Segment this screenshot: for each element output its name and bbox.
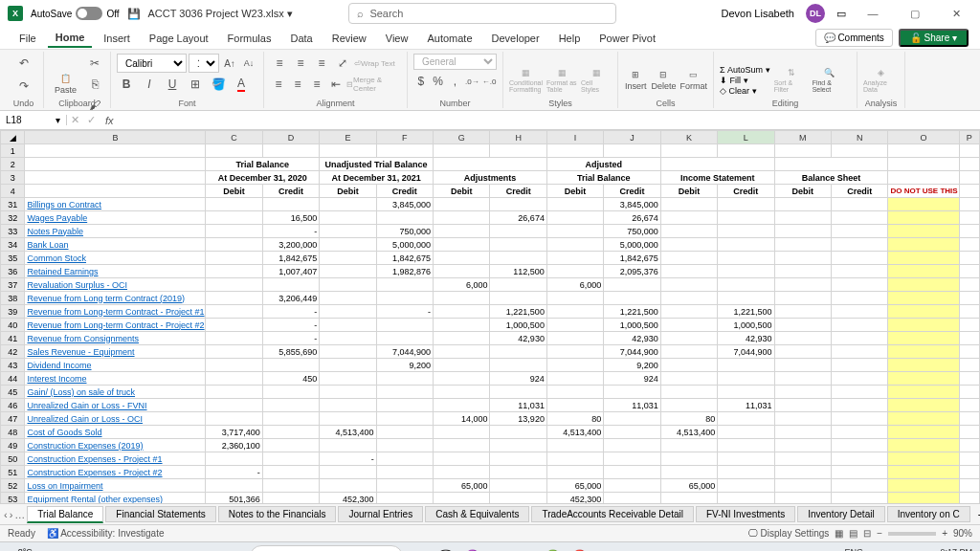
cell[interactable] xyxy=(888,238,959,252)
cell[interactable] xyxy=(718,452,774,466)
cell[interactable] xyxy=(546,292,603,305)
cell[interactable] xyxy=(490,144,546,158)
sheet-tab-trade-accounts[interactable]: TradeAccounts Receivable Detail xyxy=(531,506,693,522)
row-header[interactable]: 34 xyxy=(1,238,25,252)
cell[interactable] xyxy=(718,211,774,225)
cell[interactable]: Retained Earnings xyxy=(25,265,206,278)
cell[interactable]: Common Stock xyxy=(25,252,206,265)
cell[interactable] xyxy=(546,359,603,372)
row-header[interactable]: 44 xyxy=(1,372,25,386)
save-icon[interactable]: 💾 xyxy=(127,8,141,20)
cell[interactable] xyxy=(604,144,660,158)
cell[interactable]: - xyxy=(262,332,319,345)
cell[interactable] xyxy=(320,439,376,452)
cell[interactable]: 7,044,900 xyxy=(604,345,660,359)
cell[interactable] xyxy=(832,479,888,493)
cell[interactable] xyxy=(718,238,774,252)
cell[interactable] xyxy=(434,452,490,466)
cell[interactable] xyxy=(434,265,490,278)
cell[interactable] xyxy=(434,386,490,399)
cell[interactable] xyxy=(434,332,490,345)
format-cells-button[interactable]: ▭Format xyxy=(679,61,707,99)
analyze-data-button[interactable]: ◈Analyze Data xyxy=(863,61,898,99)
autosum-button[interactable]: Σ AutoSum ▾ xyxy=(720,65,770,75)
formula-input[interactable] xyxy=(120,115,980,125)
cell[interactable] xyxy=(888,359,959,372)
cell[interactable] xyxy=(546,319,603,332)
col-header-H[interactable]: H xyxy=(490,131,546,144)
cell[interactable] xyxy=(774,144,831,158)
cell[interactable] xyxy=(718,412,774,426)
cell[interactable] xyxy=(206,479,262,493)
zoom-level[interactable]: 90% xyxy=(953,528,972,539)
row-header[interactable]: 41 xyxy=(1,332,25,345)
font-size-select[interactable]: 11 xyxy=(189,54,219,73)
cell[interactable]: 1,842,675 xyxy=(262,252,319,265)
row-header[interactable]: 43 xyxy=(1,359,25,372)
zoom-in-button[interactable]: + xyxy=(942,528,947,539)
cell[interactable]: 112,500 xyxy=(490,265,546,278)
cell[interactable] xyxy=(376,292,433,305)
sheet-tab-journal-entries[interactable]: Journal Entries xyxy=(338,506,423,522)
app-chrome-icon[interactable]: 🔴 xyxy=(568,545,590,552)
cell[interactable]: Unrealized Gain or Loss - OCI xyxy=(25,412,206,426)
cell[interactable] xyxy=(490,292,546,305)
cell[interactable] xyxy=(774,466,831,479)
cell[interactable] xyxy=(206,372,262,386)
cell[interactable]: 9,200 xyxy=(376,359,433,372)
cell[interactable] xyxy=(660,466,717,479)
paste-button[interactable]: 📋Paste xyxy=(50,65,81,103)
cell[interactable] xyxy=(959,292,979,305)
cell[interactable] xyxy=(434,305,490,319)
cell[interactable]: Notes Payable xyxy=(25,225,206,238)
cell[interactable] xyxy=(959,238,979,252)
cell[interactable]: 1,221,500 xyxy=(490,305,546,319)
cell[interactable]: 2,095,376 xyxy=(604,265,660,278)
ribbon-mode-icon[interactable]: ▭ xyxy=(836,8,846,20)
cell[interactable] xyxy=(718,386,774,399)
cell[interactable] xyxy=(888,211,959,225)
cell[interactable]: 3,206,449 xyxy=(262,292,319,305)
cell[interactable] xyxy=(206,225,262,238)
cell[interactable] xyxy=(262,198,319,211)
cell[interactable] xyxy=(434,466,490,479)
cell[interactable] xyxy=(604,493,660,504)
decrease-decimal-button[interactable]: ←.0 xyxy=(481,72,497,91)
cell[interactable] xyxy=(262,278,319,292)
cell[interactable] xyxy=(206,359,262,372)
cell[interactable] xyxy=(888,426,959,439)
cell[interactable] xyxy=(959,359,979,372)
cell[interactable] xyxy=(959,305,979,319)
cell[interactable]: 3,845,000 xyxy=(604,198,660,211)
redo-button[interactable]: ↷ xyxy=(14,77,33,96)
cell[interactable] xyxy=(434,439,490,452)
cell[interactable] xyxy=(888,372,959,386)
cell[interactable] xyxy=(959,493,979,504)
cell[interactable] xyxy=(832,144,888,158)
cell[interactable] xyxy=(546,345,603,359)
cell[interactable] xyxy=(376,372,433,386)
row-header[interactable]: 42 xyxy=(1,345,25,359)
cell[interactable] xyxy=(959,345,979,359)
cell[interactable] xyxy=(320,211,376,225)
cell[interactable] xyxy=(774,359,831,372)
italic-button[interactable]: I xyxy=(140,75,159,94)
cell[interactable] xyxy=(206,292,262,305)
cell[interactable] xyxy=(832,372,888,386)
cell[interactable] xyxy=(959,386,979,399)
cell[interactable] xyxy=(774,372,831,386)
toggle-switch[interactable] xyxy=(76,7,102,20)
cell[interactable] xyxy=(206,198,262,211)
cell[interactable] xyxy=(490,225,546,238)
cell[interactable]: - xyxy=(320,452,376,466)
col-header-G[interactable]: G xyxy=(434,131,490,144)
align-center-button[interactable]: ≡ xyxy=(289,75,306,94)
cell[interactable] xyxy=(490,479,546,493)
cell-styles-button[interactable]: ▦Cell Styles xyxy=(581,61,612,99)
cell[interactable] xyxy=(206,305,262,319)
cell[interactable] xyxy=(888,332,959,345)
row-header[interactable]: 40 xyxy=(1,319,25,332)
cell[interactable]: 80 xyxy=(546,412,603,426)
cell[interactable] xyxy=(490,198,546,211)
conditional-formatting-button[interactable]: ▦Conditional Formatting xyxy=(509,61,543,99)
